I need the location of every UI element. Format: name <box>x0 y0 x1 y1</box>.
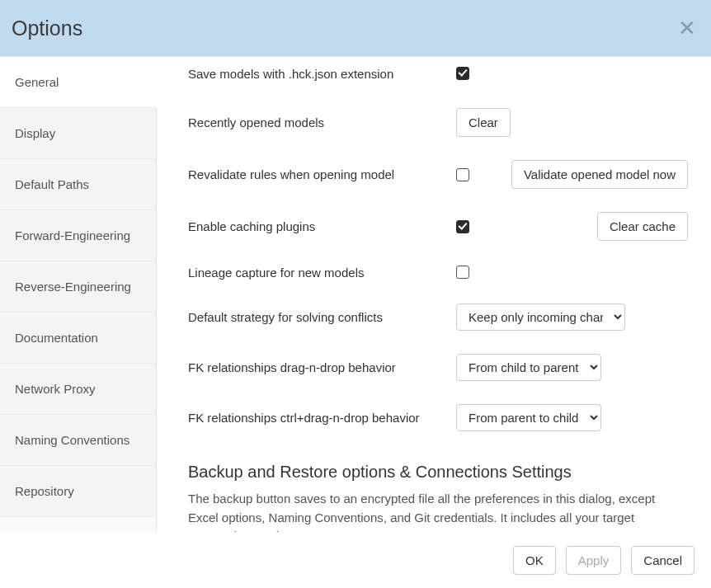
close-icon[interactable]: ✕ <box>678 17 696 39</box>
sidebar-item-default-paths[interactable]: Default Paths <box>0 159 156 210</box>
main-panel: Save models with .hck.json extension Rec… <box>157 57 711 532</box>
sidebar-item-display[interactable]: Display <box>0 108 156 159</box>
setting-label: FK relationships ctrl+drag-n-drop behavi… <box>188 411 456 425</box>
sidebar-item-naming-conventions[interactable]: Naming Conventions <box>0 415 156 466</box>
setting-row-save-ext: Save models with .hck.json extension <box>188 57 688 93</box>
sidebar-item-label: Repository <box>15 484 74 498</box>
sidebar-item-general[interactable]: General <box>0 57 157 108</box>
sidebar-item-label: Network Proxy <box>15 382 96 396</box>
clear-cache-button[interactable]: Clear cache <box>597 212 688 241</box>
sidebar-item-repository[interactable]: Repository <box>0 466 156 517</box>
fk-ctrl-drag-select[interactable]: From parent to child <box>456 404 601 431</box>
conflict-strategy-select[interactable]: Keep only incoming char <box>456 303 625 331</box>
backup-section-desc: The backup button saves to an encrypted … <box>188 490 688 532</box>
setting-row-caching: Enable caching plugins Clear cache <box>188 200 688 252</box>
setting-row-recent: Recently opened models Clear <box>188 96 688 148</box>
setting-row-conflict: Default strategy for solving conflicts K… <box>188 292 688 342</box>
setting-label: Save models with .hck.json extension <box>188 67 456 81</box>
setting-label: Lineage capture for new models <box>188 266 456 280</box>
clear-recent-button[interactable]: Clear <box>456 108 511 137</box>
setting-row-lineage: Lineage capture for new models <box>188 252 688 292</box>
setting-label: Default strategy for solving conflicts <box>188 310 456 324</box>
sidebar-item-label: Documentation <box>15 331 98 345</box>
caching-checkbox[interactable] <box>456 220 469 233</box>
setting-label: FK relationships drag-n-drop behavior <box>188 360 456 374</box>
sidebar-item-label: Reverse-Engineering <box>15 280 131 294</box>
setting-row-revalidate: Revalidate rules when opening model Vali… <box>188 148 688 200</box>
cancel-button[interactable]: Cancel <box>631 546 695 575</box>
titlebar: Options ✕ <box>0 0 711 56</box>
sidebar-item-documentation[interactable]: Documentation <box>0 313 156 364</box>
sidebar-item-network-proxy[interactable]: Network Proxy <box>0 364 156 415</box>
setting-row-fk-drag: FK relationships drag-n-drop behavior Fr… <box>188 342 688 393</box>
sidebar-item-reverse-engineering[interactable]: Reverse-Engineering <box>0 261 156 313</box>
validate-now-button[interactable]: Validate opened model now <box>511 160 688 189</box>
setting-label: Revalidate rules when opening model <box>188 167 456 181</box>
setting-label: Enable caching plugins <box>188 219 456 233</box>
sidebar-item-label: Display <box>15 126 55 140</box>
fk-drag-select[interactable]: From child to parent <box>456 354 601 381</box>
dialog-footer: OK Apply Cancel <box>0 532 711 588</box>
backup-section-title: Backup and Restore options & Connections… <box>188 463 688 482</box>
sidebar-item-label: Forward-Engineering <box>15 228 130 242</box>
setting-row-fk-ctrl: FK relationships ctrl+drag-n-drop behavi… <box>188 393 688 443</box>
save-ext-checkbox[interactable] <box>456 67 469 80</box>
sidebar-item-label: General <box>15 75 59 89</box>
sidebar-item-forward-engineering[interactable]: Forward-Engineering <box>0 210 156 261</box>
sidebar-item-label: Naming Conventions <box>15 433 129 447</box>
lineage-checkbox[interactable] <box>456 266 469 279</box>
setting-label: Recently opened models <box>188 115 456 129</box>
dialog-body: General Display Default Paths Forward-En… <box>0 56 711 532</box>
sidebar-item-label: Default Paths <box>15 177 89 191</box>
sidebar: General Display Default Paths Forward-En… <box>0 57 157 532</box>
revalidate-checkbox[interactable] <box>456 168 469 181</box>
ok-button[interactable]: OK <box>513 546 556 575</box>
apply-button[interactable]: Apply <box>566 546 622 575</box>
window-title: Options <box>12 16 82 40</box>
